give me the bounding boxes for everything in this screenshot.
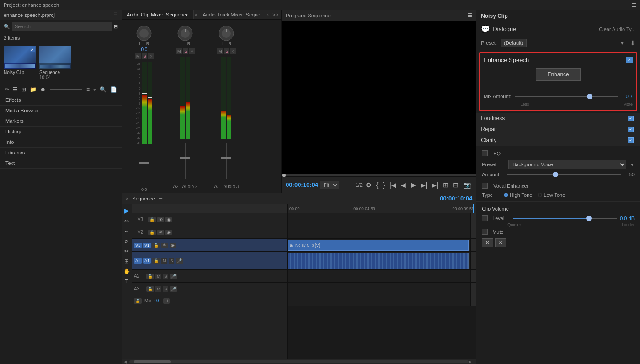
mute-checkbox[interactable] xyxy=(482,229,488,235)
a1-mic-btn[interactable]: 🎤 xyxy=(176,258,183,264)
vocal-enhancer-checkbox[interactable] xyxy=(482,183,488,189)
a2-m-btn[interactable]: M xyxy=(155,274,162,279)
a2-mic-btn[interactable]: 🎤 xyxy=(170,274,177,279)
mix-lock-btn[interactable]: 🔒 xyxy=(134,298,142,304)
fit-select[interactable]: Fit xyxy=(320,181,339,189)
ch1-s-btn[interactable]: S xyxy=(142,53,147,59)
ch2-s-btn[interactable]: S xyxy=(183,48,188,54)
nav-media-browser[interactable]: Media Browser xyxy=(0,106,122,116)
grid-view-btn[interactable]: ⊞ xyxy=(21,85,27,94)
ch2-o-btn[interactable]: ○ xyxy=(189,48,194,54)
repair-checkbox[interactable]: ✓ xyxy=(628,127,634,132)
step-back-btn[interactable]: ◀ xyxy=(400,180,407,190)
a1-m-btn[interactable]: M xyxy=(161,258,168,264)
audio-clip-noisy[interactable] xyxy=(288,253,469,269)
s-btn-2[interactable]: S xyxy=(495,238,507,247)
ch1-m-btn[interactable]: M xyxy=(135,53,141,59)
play-btn[interactable]: ▶ xyxy=(409,179,417,190)
tl-ripple-btn[interactable]: ⇔ xyxy=(123,217,130,225)
media-item-sequence[interactable]: Sequence 10:04 xyxy=(39,46,71,80)
tl-hand-btn[interactable]: ✋ xyxy=(123,267,131,275)
v1-vis-btn[interactable]: 👁 xyxy=(161,243,168,248)
enhance-speech-checkbox[interactable]: ✓ xyxy=(626,57,633,63)
clarity-header[interactable]: Clarity ✓ xyxy=(476,135,640,146)
s-btn-1[interactable]: S xyxy=(482,238,493,247)
scroll-right-arrow[interactable]: ▶ xyxy=(469,359,474,364)
a1-src-btn[interactable]: A1 xyxy=(143,258,151,264)
high-tone-option[interactable]: High Tone xyxy=(504,192,532,198)
mix-slider[interactable] xyxy=(515,92,618,101)
v1-target-btn[interactable]: V1 xyxy=(134,243,142,248)
repair-section[interactable]: Repair ✓ xyxy=(476,124,640,135)
more-list-btn[interactable]: ≡ xyxy=(85,85,91,94)
ch1-o-btn[interactable]: ○ xyxy=(148,53,153,59)
enhance-button[interactable]: Enhance xyxy=(536,68,580,81)
loudness-section[interactable]: Loudness ✓ xyxy=(476,113,640,124)
nav-text[interactable]: Text xyxy=(0,158,122,169)
search-input[interactable] xyxy=(12,22,112,31)
a3-m-btn[interactable]: M xyxy=(155,286,162,292)
nav-libraries[interactable]: Libraries xyxy=(0,148,122,158)
v3-sync-btn[interactable]: ◉ xyxy=(165,217,172,222)
ch3-s-btn[interactable]: S xyxy=(224,48,229,54)
amount-slider[interactable] xyxy=(507,174,621,175)
new-item-btn[interactable]: 📄 xyxy=(109,85,118,94)
media-item-noisy-clip[interactable]: A Noisy Clip xyxy=(4,46,36,80)
v2-lock-btn[interactable]: 🔒 xyxy=(148,230,156,235)
level-slider[interactable] xyxy=(513,218,617,219)
v2-vis-btn[interactable]: 👁 xyxy=(157,230,164,235)
slider[interactable] xyxy=(50,89,82,90)
knob-3[interactable] xyxy=(218,25,235,42)
a3-mic-btn[interactable]: 🎤 xyxy=(170,286,177,292)
ch2-m-btn[interactable]: M xyxy=(176,48,182,54)
go-to-out-btn[interactable]: ▶| xyxy=(430,180,440,190)
eq-preset-select[interactable]: Background Voice xyxy=(508,160,626,169)
ch2-fader-knob[interactable] xyxy=(180,157,190,159)
low-tone-option[interactable]: Low Tone xyxy=(538,192,565,198)
scroll-track[interactable] xyxy=(129,360,469,363)
insert-btn[interactable]: ⊞ xyxy=(442,180,450,190)
low-tone-radio[interactable] xyxy=(538,193,542,197)
tl-play-btn[interactable]: ▶ xyxy=(123,206,130,215)
a2-s-btn[interactable]: S xyxy=(163,274,168,279)
nav-info[interactable]: Info xyxy=(0,137,122,148)
nav-markers[interactable]: Markers xyxy=(0,116,122,127)
v2-sync-btn[interactable]: ◉ xyxy=(165,230,172,235)
amount-thumb[interactable] xyxy=(553,172,558,177)
v1-sync-btn[interactable]: ◉ xyxy=(170,243,176,248)
mix-end-btn[interactable]: ⊣ xyxy=(163,298,170,304)
v3-lock-btn[interactable]: 🔒 xyxy=(148,217,156,222)
ch3-o-btn[interactable]: ○ xyxy=(230,48,235,54)
tl-select-btn[interactable]: ⊞ xyxy=(123,257,130,265)
preset-select[interactable]: (Default) xyxy=(501,39,527,47)
high-tone-radio[interactable] xyxy=(504,193,508,197)
a2-lock-btn[interactable]: 🔒 xyxy=(146,274,154,279)
nav-history[interactable]: History xyxy=(0,127,122,137)
settings-btn[interactable]: ⚙ xyxy=(364,180,373,190)
a3-lock-btn[interactable]: 🔒 xyxy=(146,286,154,292)
mark-in-btn[interactable]: { xyxy=(375,180,380,190)
folder-btn[interactable]: 📁 xyxy=(29,85,37,94)
scroll-thumb[interactable] xyxy=(134,360,171,363)
tab-audio-clip-mixer[interactable]: Audio Clip Mixer: Sequence xyxy=(122,10,194,19)
a1-lock-btn[interactable]: 🔒 xyxy=(152,258,160,264)
ch3-fader-knob[interactable] xyxy=(221,157,231,159)
sequence-menu[interactable]: ☰ xyxy=(159,196,163,201)
nav-effects[interactable]: Effects xyxy=(0,95,122,106)
export-frame-btn[interactable]: 📷 xyxy=(462,180,472,190)
ch3-m-btn[interactable]: M xyxy=(217,48,224,54)
overwrite-btn[interactable]: ⊟ xyxy=(452,180,460,190)
tl-rate-btn[interactable]: ⊳ xyxy=(123,237,130,245)
circle-btn[interactable]: ⏺ xyxy=(39,85,47,94)
scroll-left-arrow[interactable]: ◀ xyxy=(124,359,129,364)
monitor-progress-bar[interactable] xyxy=(282,174,476,176)
tl-roll-btn[interactable]: ↔ xyxy=(123,227,130,235)
ch1-fader-knob[interactable] xyxy=(139,162,149,164)
a1-target-btn[interactable]: A1 xyxy=(134,258,142,264)
go-to-in-btn[interactable]: |◀ xyxy=(388,180,398,190)
search-btn[interactable]: 🔍 xyxy=(99,85,107,94)
tl-razor-btn[interactable]: ✂ xyxy=(123,247,130,255)
v3-vis-btn[interactable]: 👁 xyxy=(157,217,164,222)
pencil-tool-btn[interactable]: ✏ xyxy=(4,85,10,94)
tab-audio-track-mixer[interactable]: Audio Track Mixer: Seque xyxy=(198,10,265,19)
